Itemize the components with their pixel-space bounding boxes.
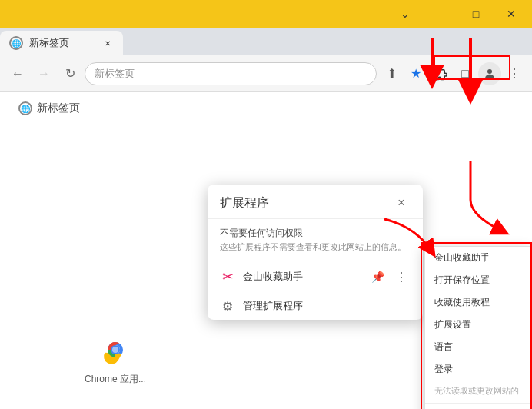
context-menu: 金山收藏助手 打开保存位置 收藏使用教程 扩展设置 语言 登录 无法读取或更改网…: [424, 246, 532, 409]
ctx-item-4[interactable]: 语言: [425, 336, 532, 358]
new-tab-label: 🌐 新标签页: [18, 101, 80, 115]
pin-icon: 📌: [371, 271, 384, 283]
ctx-item-7[interactable]: 从 Chrome 中移除: [425, 403, 532, 409]
share-icon[interactable]: ⬆: [380, 62, 403, 85]
chrome-app[interactable]: Chrome 应用...: [85, 331, 146, 386]
gear-icon: ⚙: [220, 298, 235, 314]
window-icon[interactable]: □: [454, 62, 477, 85]
ctx-item-5[interactable]: 登录: [425, 358, 532, 381]
extensions-icon[interactable]: [429, 62, 452, 85]
extension-popup: 扩展程序 × 不需要任何访问权限 这些扩展程序不需要查看和更改此网站上的信息。 …: [208, 185, 423, 320]
chevron-btn[interactable]: ⌄: [387, 0, 423, 28]
active-tab[interactable]: 🌐 新标签页 ✕: [0, 31, 123, 55]
svg-point-0: [487, 69, 492, 74]
tab-label: 新标签页: [29, 36, 69, 50]
popup-header: 扩展程序 ×: [208, 185, 423, 219]
close-btn[interactable]: ✕: [494, 0, 529, 28]
tab-favicon: 🌐: [9, 36, 23, 50]
menu-icon[interactable]: ⋮: [503, 62, 526, 85]
ctx-item-0[interactable]: 金山收藏助手: [425, 247, 532, 269]
address-input[interactable]: 新标签页: [85, 62, 377, 85]
chrome-icon: [97, 331, 134, 368]
ctx-item-1[interactable]: 打开保存位置: [425, 269, 532, 291]
popup-section: 不需要任何访问权限 这些扩展程序不需要查看和更改此网站上的信息。: [208, 219, 423, 261]
profile-icon[interactable]: [478, 62, 501, 85]
scissors-icon: ✂: [220, 269, 235, 284]
title-bar: ⌄ — □ ✕: [0, 0, 532, 28]
reload-btn[interactable]: ↻: [58, 62, 81, 85]
arrow-annotation-1: [424, 154, 517, 254]
tab-close-btn[interactable]: ✕: [101, 37, 114, 49]
ctx-item-3[interactable]: 扩展设置: [425, 314, 532, 336]
extension-name: 金山收藏助手: [243, 270, 364, 284]
address-bar-area: ← → ↻ 新标签页 ⬆ ★ □ ⋮: [0, 55, 532, 92]
back-btn[interactable]: ←: [6, 62, 29, 85]
tab-bar: 🌐 新标签页 ✕: [0, 28, 532, 55]
manage-label: 管理扩展程序: [243, 299, 303, 313]
new-tab-text: 新标签页: [37, 101, 80, 115]
popup-close-btn[interactable]: ×: [392, 194, 411, 212]
minimize-btn[interactable]: —: [423, 0, 458, 28]
ctx-item-6: 无法读取或更改网站的: [425, 381, 532, 401]
popup-section-desc: 这些扩展程序不需要查看和更改此网站上的信息。: [220, 241, 411, 253]
manage-item[interactable]: ⚙ 管理扩展程序: [208, 292, 423, 320]
chrome-app-label: Chrome 应用...: [85, 373, 146, 386]
ctx-item-2[interactable]: 收藏使用教程: [425, 291, 532, 314]
popup-title: 扩展程序: [220, 195, 269, 211]
maximize-btn[interactable]: □: [458, 0, 494, 28]
forward-btn[interactable]: →: [32, 62, 55, 85]
bookmark-icon[interactable]: ★: [404, 62, 427, 85]
page-content: 🌐 新标签页 Chrome 应用... 扩展程序 × 不需要任何访问权限 这些扩…: [0, 92, 532, 409]
ext-more-btn[interactable]: ⋮: [392, 268, 411, 286]
globe-icon: 🌐: [18, 101, 32, 115]
extension-item[interactable]: ✂ 金山收藏助手 📌 ⋮: [208, 261, 423, 292]
address-text: 新标签页: [95, 67, 135, 81]
popup-section-title: 不需要任何访问权限: [220, 227, 411, 240]
toolbar-icons: ⬆ ★ □ ⋮: [380, 62, 526, 85]
svg-point-5: [112, 347, 118, 353]
